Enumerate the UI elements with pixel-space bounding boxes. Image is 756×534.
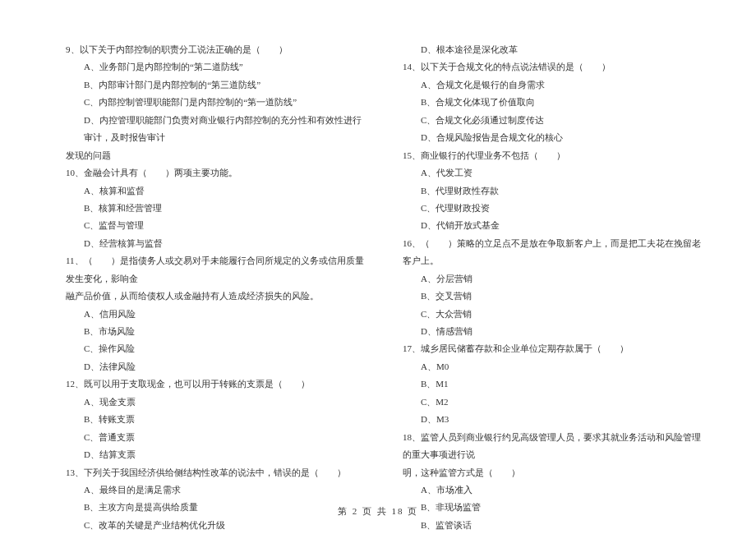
q9-opt-a: A、业务部门是内部控制的“第二道防线”: [66, 58, 370, 76]
q14-opt-c: C、合规文化必须通过制度传达: [403, 112, 707, 129]
q14-opt-b: B、合规文化体现了价值取向: [403, 94, 707, 111]
q13-opt-c: C、改革的关键是产业结构优化升级: [66, 517, 370, 534]
q15-opt-a: A、代发工资: [403, 164, 707, 182]
page-footer: 第 2 页 共 18 页: [0, 505, 756, 518]
q9-opt-b: B、内部审计部门是内部控制的“第三道防线”: [66, 76, 370, 94]
q13-stem: 13、下列关于我国经济供给侧结构性改革的说法中，错误的是（ ）: [66, 464, 370, 481]
q16-stem: 16、（ ）策略的立足点不是放在争取新客户上，而是把工夫花在挽留老客户上。: [403, 235, 707, 270]
q12-stem: 12、既可以用于支取现金，也可以用于转账的支票是（ ）: [66, 375, 370, 393]
q10-opt-a: A、核算和监督: [66, 182, 370, 200]
q18-opt-c: B、监管谈话: [403, 517, 707, 534]
q17-opt-c: C、M2: [403, 394, 707, 411]
q10-opt-c: C、监督与管理: [66, 217, 370, 234]
q15-opt-b: B、代理财政性存款: [403, 182, 707, 200]
q16-opt-b: B、交叉营销: [403, 288, 707, 305]
q14-opt-a: A、合规文化是银行的自身需求: [403, 76, 707, 94]
q10-stem: 10、金融会计具有（ ）两项主要功能。: [66, 164, 370, 182]
q16-opt-a: A、分层营销: [403, 270, 707, 288]
q9-stem: 9、以下关于内部控制的职责分工说法正确的是（ ）: [66, 41, 370, 58]
q11-opt-d: D、法律风险: [66, 358, 370, 375]
content-columns: 9、以下关于内部控制的职责分工说法正确的是（ ） A、业务部门是内部控制的“第二…: [66, 41, 707, 501]
q13-opt-a: A、最终目的是满足需求: [66, 481, 370, 499]
q11-opt-c: C、操作风险: [66, 340, 370, 357]
q17-opt-a: A、M0: [403, 358, 707, 375]
q12-opt-d: D、结算支票: [66, 446, 370, 463]
q18-opt-a: A、市场准入: [403, 481, 707, 499]
q9-opt-d-cont: 发现的问题: [66, 147, 370, 164]
q17-stem: 17、城乡居民储蓄存款和企业单位定期存款属于（ ）: [403, 340, 707, 357]
q16-opt-c: C、大众营销: [403, 306, 707, 323]
q11-opt-b: B、市场风险: [66, 323, 370, 340]
q10-opt-b: B、核算和经营管理: [66, 200, 370, 217]
q18-stem: 18、监管人员到商业银行约见高级管理人员，要求其就业务活动和风险管理的重大事项进…: [403, 429, 707, 464]
q12-opt-a: A、现金支票: [66, 394, 370, 411]
q16-opt-d: D、情感营销: [403, 323, 707, 340]
q11-stem: 11、（ ）是指债务人或交易对手未能履行合同所规定的义务或信用质量发生变化，影响…: [66, 252, 370, 288]
q9-opt-d: D、内控管理职能部门负责对商业银行内部控制的充分性和有效性进行审计，及时报告审计: [66, 112, 370, 147]
q15-opt-c: C、代理财政投资: [403, 200, 707, 217]
q14-opt-d: D、合规风险报告是合规文化的核心: [403, 129, 707, 146]
q17-opt-d: D、M3: [403, 411, 707, 428]
q12-opt-c: C、普通支票: [66, 429, 370, 446]
right-column: D、根本途径是深化改革 14、以下关于合规文化的特点说法错误的是（ ） A、合规…: [403, 41, 707, 501]
left-column: 9、以下关于内部控制的职责分工说法正确的是（ ） A、业务部门是内部控制的“第二…: [66, 41, 370, 501]
q15-stem: 15、商业银行的代理业务不包括（ ）: [403, 147, 707, 164]
q12-opt-b: B、转账支票: [66, 411, 370, 428]
q11-opt-a: A、信用风险: [66, 306, 370, 323]
q10-opt-d: D、经营核算与监督: [66, 235, 370, 252]
q18-stem-cont: 明，这种监管方式是（ ）: [403, 464, 707, 481]
q13-opt-d: D、根本途径是深化改革: [403, 41, 707, 58]
q17-opt-b: B、M1: [403, 375, 707, 393]
q14-stem: 14、以下关于合规文化的特点说法错误的是（ ）: [403, 58, 707, 76]
q15-opt-d: D、代销开放式基金: [403, 217, 707, 234]
q9-opt-c: C、内部控制管理职能部门是内部控制的“第一道防线”: [66, 94, 370, 111]
q11-stem-cont: 融产品价值，从而给债权人或金融持有人造成经济损失的风险。: [66, 288, 370, 305]
